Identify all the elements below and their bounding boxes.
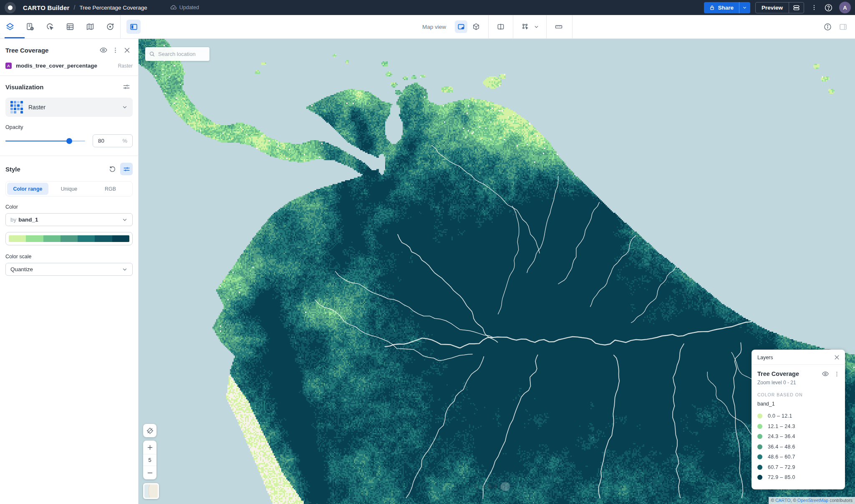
map-view-label: Map view: [422, 24, 446, 30]
color-by-field: band_1: [18, 217, 38, 223]
topbar-actions: Share Preview A: [704, 2, 855, 13]
legend-class-row: 60.7 – 72.9: [757, 462, 839, 473]
carto-builder-app: CARTO Builder / Tree Percentage Coverage…: [0, 0, 855, 504]
avatar-initial: A: [843, 5, 847, 11]
layer-options-button[interactable]: [109, 47, 121, 54]
ramp-swatch: [78, 235, 95, 242]
carto-logo-icon[interactable]: [5, 2, 16, 13]
toggle-left-panel-button[interactable]: [126, 20, 141, 34]
tab-basemap[interactable]: [80, 15, 100, 38]
legend-title: Layers: [757, 355, 834, 360]
attribution-osm-link[interactable]: OpenStreetMap: [797, 498, 828, 503]
layer-visibility-button[interactable]: [98, 46, 109, 54]
legend-class-row: 36.4 – 48.6: [757, 442, 839, 452]
ramp-swatch: [112, 235, 129, 242]
search-icon: [149, 51, 155, 57]
help-button[interactable]: [822, 2, 834, 13]
source-row[interactable]: A modis_tree_cover_percentage Raster: [0, 60, 138, 76]
opacity-slider[interactable]: [5, 138, 85, 144]
basemap-selector-button[interactable]: [143, 483, 159, 499]
opacity-input[interactable]: 80 %: [93, 134, 133, 147]
legend-class-swatch: [757, 413, 762, 418]
search-box: [145, 47, 209, 61]
legend-panel: Layers Tree Coverage Zoom level 0 - 21 C…: [752, 350, 845, 489]
geolocate-off-icon: [146, 427, 154, 435]
legend-class-swatch: [757, 434, 762, 439]
carto-watermark: CARTO: [475, 482, 510, 491]
color-by-select[interactable]: byband_1: [5, 213, 133, 226]
tab-table[interactable]: [60, 15, 80, 38]
map-canvas[interactable]: [139, 39, 855, 504]
legend-class-swatch: [757, 475, 762, 480]
opacity-label: Opacity: [0, 123, 138, 134]
tab-interactions[interactable]: [40, 15, 60, 38]
view-2d-button[interactable]: [455, 20, 467, 33]
tab-rgb[interactable]: RGB: [90, 183, 131, 195]
minus-icon: [147, 470, 153, 476]
legend-visibility-button[interactable]: [822, 370, 829, 378]
opacity-unit: %: [122, 138, 127, 144]
legend-layer-name: Tree Coverage: [757, 370, 822, 377]
legend-rows: 0.0 – 12.112.1 – 24.324.3 – 36.436.4 – 4…: [752, 408, 845, 483]
tab-unique[interactable]: Unique: [48, 183, 90, 195]
visualization-type-select[interactable]: Raster: [5, 98, 133, 117]
ramp-swatch: [9, 235, 26, 242]
view-3d-button[interactable]: [470, 20, 482, 33]
select-tool-dropdown[interactable]: [532, 20, 540, 33]
attribution-post: contributors: [828, 498, 852, 503]
geolocate-button[interactable]: [143, 424, 156, 437]
style-advanced-button[interactable]: [120, 163, 133, 175]
legend-class-label: 24.3 – 36.4: [768, 433, 795, 439]
app-title: CARTO Builder: [23, 4, 70, 11]
close-panel-button[interactable]: [121, 47, 133, 54]
legend-close-button[interactable]: [834, 354, 840, 360]
layer-panel: Tree Coverage A modis_tree_cover_percent…: [0, 39, 139, 504]
visualization-settings-icon[interactable]: [120, 83, 133, 91]
legend-field: band_1: [752, 397, 845, 408]
color-scale-select[interactable]: Quantize: [5, 263, 133, 276]
tab-layers[interactable]: [0, 15, 20, 38]
avatar[interactable]: A: [839, 2, 851, 13]
view-switch-button[interactable]: [789, 3, 804, 13]
tab-color-range[interactable]: Color range: [7, 183, 48, 195]
tab-more-tools[interactable]: [100, 15, 120, 38]
opacity-value: 80: [98, 138, 122, 144]
share-dropdown-button[interactable]: [739, 2, 750, 13]
color-ramp: [9, 235, 129, 242]
measure-tool-button[interactable]: [552, 20, 565, 33]
more-options-button[interactable]: [808, 2, 820, 13]
style-tabs: Color rangeUniqueRGB: [5, 181, 133, 197]
split-view-button[interactable]: [494, 20, 507, 33]
preview-label: Preview: [762, 5, 783, 11]
color-ramp-select[interactable]: [5, 232, 133, 245]
legend-section-label: COLOR BASED ON: [752, 386, 845, 397]
legend-class-label: 72.9 – 85.0: [768, 474, 795, 480]
color-by-prefix: by: [10, 217, 16, 223]
legend-class-label: 48.6 – 60.7: [768, 454, 795, 460]
style-heading: Style: [5, 166, 106, 173]
style-reset-button[interactable]: [106, 165, 119, 173]
color-scale-label: Color scale: [0, 253, 138, 263]
select-tool-button[interactable]: [519, 20, 532, 33]
tab-data-sources[interactable]: [20, 15, 40, 38]
zoom-out-button[interactable]: [143, 466, 156, 479]
legend-class-swatch: [757, 444, 762, 449]
search-input[interactable]: [158, 51, 204, 57]
basemap-thumbnail: [144, 484, 158, 498]
ramp-swatch: [61, 235, 78, 242]
zoom-in-button[interactable]: [143, 441, 156, 454]
document-title[interactable]: Tree Percentage Coverage: [79, 5, 147, 11]
visualization-heading: Visualization: [5, 83, 120, 91]
legend-class-row: 48.6 – 60.7: [757, 452, 839, 462]
legend-class-swatch: [757, 424, 762, 429]
legend-options-button[interactable]: [834, 371, 840, 377]
share-button[interactable]: Share: [704, 2, 750, 13]
legend-class-row: 12.1 – 24.3: [757, 421, 839, 432]
toggle-right-panel-button[interactable]: [839, 23, 847, 31]
lock-icon: [709, 5, 715, 10]
info-button[interactable]: [823, 23, 832, 31]
zoom-level: 5: [143, 454, 156, 466]
attribution-carto-link[interactable]: CARTO: [775, 498, 790, 503]
preview-button[interactable]: Preview: [756, 3, 789, 13]
opacity-slider-thumb[interactable]: [66, 138, 72, 144]
